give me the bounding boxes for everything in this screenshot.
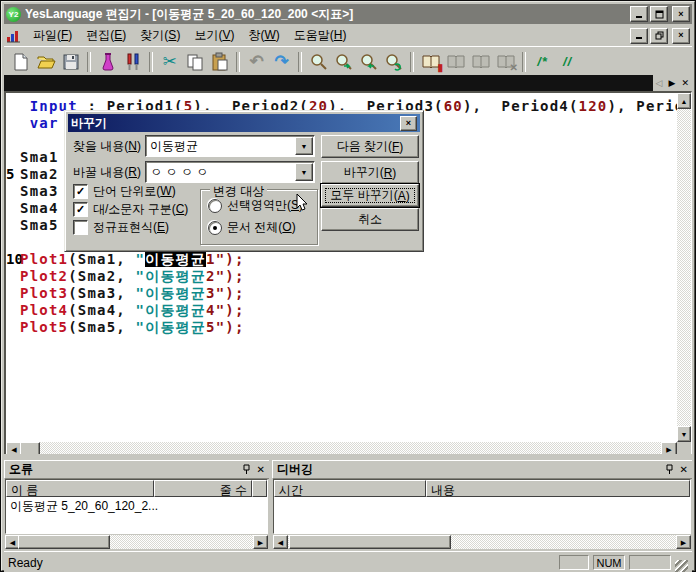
cut-icon[interactable]: ✂	[157, 50, 182, 74]
line-number	[6, 302, 20, 319]
checkbox-icon[interactable]: ✓	[73, 202, 88, 217]
selection-only-radio[interactable]: 선택영역만(S)	[208, 197, 303, 214]
find-next-button[interactable]: 다음 찾기(F)	[321, 135, 419, 158]
scroll-left-icon[interactable]: ◀	[273, 535, 288, 549]
menu-window[interactable]: 창(W)	[241, 25, 286, 46]
status-cell	[629, 555, 671, 570]
cancel-button[interactable]: 취소	[321, 208, 419, 231]
menu-search[interactable]: 찾기(S)	[133, 25, 187, 46]
replace-with-value[interactable]: ㅇ ㅇ ㅇ ㅇ	[150, 164, 208, 181]
mdi-close-button[interactable]: ×	[672, 28, 690, 44]
open-icon[interactable]	[33, 50, 58, 74]
checkbox-icon[interactable]: ✓	[73, 220, 88, 235]
code-line[interactable]: Plot4(Sma4, "이동평균4");	[6, 302, 677, 319]
errors-panel: 오류 ✕ 이 름 줄 수 이동평균 5_20_60_120_2... ◀ ▶	[4, 460, 269, 550]
dialog-close-button[interactable]: ×	[400, 116, 417, 131]
book-delete-icon[interactable]: ✕	[493, 50, 518, 74]
document-tab-bar: ◁ ▶ ✕	[4, 75, 692, 91]
errors-list[interactable]: 이 름 줄 수 이동평균 5_20_60_120_2...	[5, 479, 268, 534]
close-icon[interactable]: ✕	[257, 465, 265, 475]
regex-checkbox[interactable]: ✓ 정규표현식(E)	[73, 219, 169, 236]
scroll-right-icon[interactable]: ▶	[253, 535, 268, 549]
paste-icon[interactable]	[207, 50, 232, 74]
find-replace-icon[interactable]	[381, 50, 406, 74]
code-line[interactable]: Plot2(Sma2, "이동평균2");	[6, 268, 677, 285]
minimize-button[interactable]	[630, 6, 648, 22]
tools-icon[interactable]	[120, 50, 145, 74]
pin-icon[interactable]	[665, 464, 674, 475]
replace-all-button[interactable]: 모두 바꾸기(A)	[321, 184, 419, 207]
debug-horizontal-scrollbar[interactable]: ◀ ▶	[273, 535, 691, 549]
toolbar-separator	[410, 52, 414, 72]
menu-help[interactable]: 도움말(H)	[287, 25, 354, 46]
dialog-title-bar[interactable]: 바꾸기 ×	[68, 114, 420, 132]
scrollbar-thumb[interactable]	[18, 535, 110, 549]
checkbox-icon[interactable]: ✓	[73, 184, 88, 199]
find-what-value[interactable]: 이동평균	[150, 138, 198, 155]
tab-scroll-right-icon[interactable]: ▶	[669, 79, 676, 88]
replace-with-combo[interactable]: ㅇ ㅇ ㅇ ㅇ ▼	[145, 161, 315, 183]
close-button[interactable]: ×	[672, 6, 690, 22]
toolbar-separator	[236, 52, 240, 72]
errors-col-lines[interactable]: 줄 수	[154, 480, 252, 497]
line-number	[6, 98, 20, 115]
script-check-icon[interactable]	[95, 50, 120, 74]
redo-icon[interactable]: ↷	[269, 50, 294, 74]
close-icon[interactable]: ✕	[680, 465, 688, 475]
errors-horizontal-scrollbar[interactable]: ◀ ▶	[5, 535, 268, 549]
debug-col-content[interactable]: 내용	[426, 480, 690, 497]
editor-vertical-scrollbar[interactable]: ▲ ▼	[677, 93, 691, 442]
chevron-down-icon[interactable]: ▼	[295, 137, 313, 155]
book-edit-icon[interactable]	[443, 50, 468, 74]
find-next-icon[interactable]	[331, 50, 356, 74]
whole-word-checkbox[interactable]: ✓ 단어 단위로(W)	[73, 183, 176, 200]
find-prev-icon[interactable]	[356, 50, 381, 74]
line-number	[6, 132, 20, 149]
line-number	[6, 183, 20, 200]
mdi-restore-button[interactable]	[650, 28, 668, 44]
radio-icon[interactable]	[208, 199, 222, 213]
maximize-button[interactable]	[650, 6, 668, 22]
line-number	[6, 217, 20, 234]
match-case-checkbox[interactable]: ✓ 대/소문자 구분(C)	[73, 201, 188, 218]
mdi-minimize-button[interactable]	[630, 28, 648, 44]
pin-icon[interactable]	[242, 464, 251, 475]
error-row[interactable]: 이동평균 5_20_60_120_2...	[6, 497, 267, 516]
copy-icon[interactable]	[182, 50, 207, 74]
replace-dialog: 바꾸기 × 찾을 내용(N) 이동평균 ▼ 다음 찾기(F) 바꿀 내용(R) …	[64, 110, 424, 252]
menu-view[interactable]: 보기(V)	[187, 25, 241, 46]
scroll-up-icon[interactable]: ▲	[677, 93, 691, 109]
find-icon[interactable]	[306, 50, 331, 74]
debug-list[interactable]: 시간 내용	[273, 479, 691, 534]
chevron-down-icon[interactable]: ▼	[295, 163, 313, 181]
scroll-right-icon[interactable]: ▶	[676, 535, 691, 549]
line-number	[6, 200, 20, 217]
tab-scroll-left-icon[interactable]: ◁	[656, 79, 663, 88]
errors-col-name[interactable]: 이 름	[6, 480, 154, 497]
comment-block-icon[interactable]: /*	[530, 50, 555, 74]
menu-file[interactable]: 파일(F)	[26, 25, 79, 46]
status-bar: Ready NUM	[4, 551, 692, 572]
book-open-icon[interactable]: ▮	[418, 50, 443, 74]
resize-grip[interactable]	[675, 560, 688, 572]
whole-document-radio[interactable]: 문서 전체(O)	[208, 219, 296, 236]
find-what-label: 찾을 내용(N)	[73, 138, 141, 155]
save-icon[interactable]	[58, 50, 83, 74]
new-icon[interactable]	[8, 50, 33, 74]
scrollbar-thumb[interactable]	[289, 535, 451, 549]
code-line[interactable]: Plot3(Sma3, "이동평균3");	[6, 285, 677, 302]
replace-button[interactable]: 바꾸기(R)	[321, 161, 419, 184]
scroll-down-icon[interactable]: ▼	[677, 426, 691, 442]
status-cell	[559, 555, 589, 570]
code-line[interactable]: Plot5(Sma5, "이동평균5");	[6, 319, 677, 336]
menu-edit[interactable]: 편집(E)	[79, 25, 133, 46]
mouse-cursor	[296, 193, 310, 213]
undo-icon[interactable]: ↶	[244, 50, 269, 74]
tab-close-icon[interactable]: ✕	[681, 79, 689, 88]
find-what-combo[interactable]: 이동평균 ▼	[145, 135, 315, 157]
debug-col-time[interactable]: 시간	[274, 480, 426, 497]
code-line[interactable]: 10Plot1(Sma1, "이동평균1");	[6, 251, 677, 268]
book-copy-icon[interactable]	[468, 50, 493, 74]
radio-icon[interactable]	[208, 221, 222, 235]
comment-line-icon[interactable]: //	[555, 50, 580, 74]
